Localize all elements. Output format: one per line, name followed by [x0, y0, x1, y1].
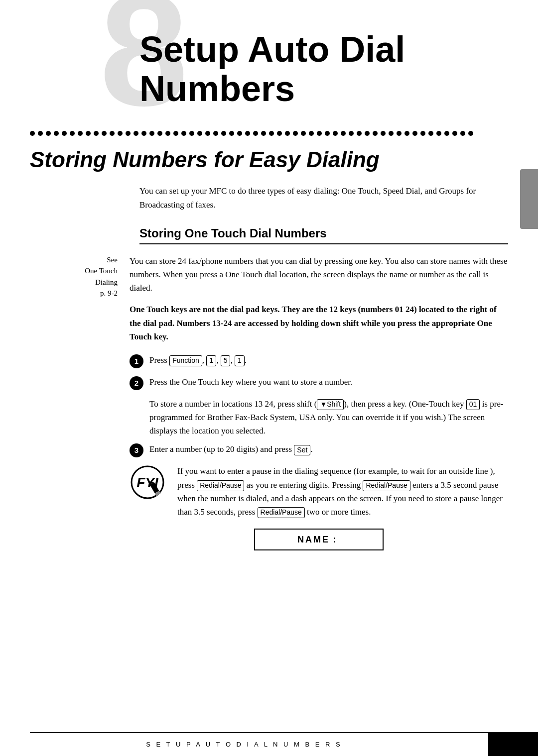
section-title: Storing Numbers for Easy Dialing: [30, 147, 508, 172]
fyi-icon: FYI: [130, 464, 169, 504]
footer: S E T U P A U T O D I A L N U M B E R S: [0, 732, 538, 756]
redial-pause-key-2: Redial/Pause: [363, 480, 410, 491]
name-box-container: NAME：: [130, 529, 508, 550]
chapter-title-block: Setup Auto Dial Numbers: [0, 0, 538, 123]
key-1: 1: [206, 355, 216, 366]
step-3-number: 3: [130, 443, 143, 457]
set-key: Set: [294, 445, 310, 456]
name-box: NAME：: [254, 529, 384, 550]
step-3-text: Enter a number (up to 20 digits) and pre…: [149, 442, 508, 456]
right-tab: [520, 169, 538, 229]
intro-paragraph: You can set up your MFC to do three type…: [139, 184, 508, 211]
step-1-number: 1: [130, 354, 143, 368]
function-key: Function: [169, 355, 202, 366]
key-5: 5: [221, 355, 231, 366]
redial-pause-key-3: Redial/Pause: [258, 507, 305, 518]
bold-paragraph: One Touch keys are not the dial pad keys…: [130, 303, 508, 343]
step-2-subpara: To store a number in locations 13 24, pr…: [149, 397, 508, 438]
footer-black-block: [488, 732, 538, 756]
subsection-title: Storing One Touch Dial Numbers: [139, 226, 508, 244]
fyi-text: If you want to enter a pause in the dial…: [177, 464, 508, 519]
key-01: 01: [466, 399, 480, 410]
footer-line: [30, 732, 488, 733]
step-2: 2 Press the One Touch key where you want…: [130, 375, 508, 390]
key-1b: 1: [235, 355, 245, 366]
page: 8 Setup Auto Dial Numbers Storing Number…: [0, 0, 538, 756]
step-2-number: 2: [130, 376, 143, 390]
main-paragraph: You can store 24 fax/phone numbers that …: [130, 254, 508, 295]
dotted-separator: [30, 128, 508, 138]
main-content: You can store 24 fax/phone numbers that …: [130, 254, 508, 565]
step-1-text: Press Function, 1, 5, 1.: [149, 353, 508, 367]
chapter-title: Setup Auto Dial Numbers: [139, 30, 538, 108]
fyi-section: FYI If you want to enter a pause in the …: [130, 464, 508, 519]
shift-key: ▼Shift: [317, 399, 344, 410]
step-3: 3 Enter a number (up to 20 digits) and p…: [130, 442, 508, 457]
step-2-text: Press the One Touch key where you want t…: [149, 375, 508, 389]
redial-pause-key-1: Redial/Pause: [197, 480, 244, 491]
sidenote: See One Touch Dialing p. 9-2: [30, 254, 130, 565]
content-with-sidenote: See One Touch Dialing p. 9-2 You can sto…: [30, 254, 508, 565]
footer-text: S E T U P A U T O D I A L N U M B E R S: [0, 741, 488, 748]
step-1: 1 Press Function, 1, 5, 1.: [130, 353, 508, 368]
